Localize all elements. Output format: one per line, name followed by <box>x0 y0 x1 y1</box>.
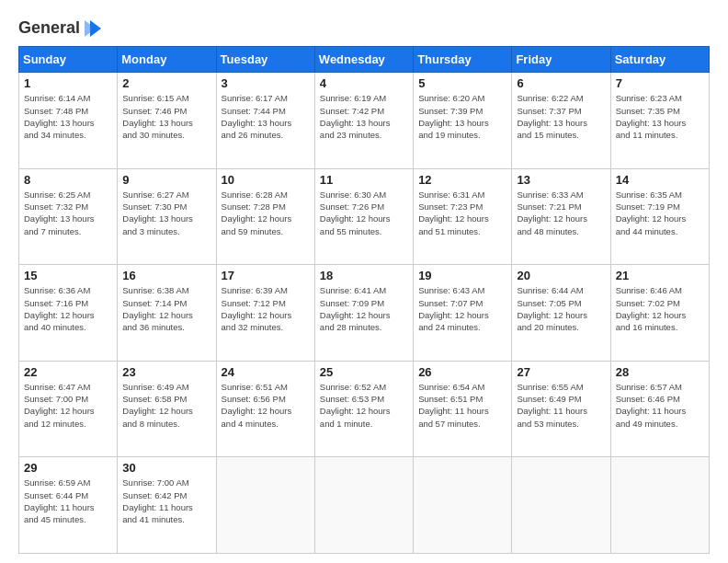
calendar-day-cell: 23 Sunrise: 6:49 AMSunset: 6:58 PMDaylig… <box>118 361 216 457</box>
day-info: Sunrise: 6:44 AMSunset: 7:05 PMDaylight:… <box>517 284 605 333</box>
day-info: Sunrise: 6:35 AMSunset: 7:19 PMDaylight:… <box>616 189 704 237</box>
page: General SundayMondayTuesdayWednesdayThur… <box>0 0 728 563</box>
day-info: Sunrise: 6:33 AMSunset: 7:21 PMDaylight:… <box>517 189 605 237</box>
day-number: 10 <box>222 173 310 187</box>
day-info: Sunrise: 6:52 AMSunset: 6:53 PMDaylight:… <box>320 381 408 430</box>
day-number: 2 <box>122 76 210 90</box>
weekday-header: Wednesday <box>314 47 413 73</box>
day-info: Sunrise: 6:15 AMSunset: 7:46 PMDaylight:… <box>122 92 210 141</box>
calendar-day-cell: 5 Sunrise: 6:20 AMSunset: 7:39 PMDayligh… <box>414 73 512 169</box>
day-number: 28 <box>616 365 704 379</box>
calendar-day-cell: 11 Sunrise: 6:30 AMSunset: 7:26 PMDaylig… <box>314 168 413 265</box>
day-number: 23 <box>122 365 210 379</box>
day-info: Sunrise: 6:39 AMSunset: 7:12 PMDaylight:… <box>222 284 310 333</box>
day-info: Sunrise: 6:19 AMSunset: 7:42 PMDaylight:… <box>320 92 408 141</box>
day-number: 20 <box>517 269 605 282</box>
calendar-day-cell: 6 Sunrise: 6:22 AMSunset: 7:37 PMDayligh… <box>512 73 610 169</box>
day-info: Sunrise: 6:51 AMSunset: 6:56 PMDaylight:… <box>222 381 310 430</box>
weekday-header: Monday <box>118 47 216 73</box>
calendar-day-cell: 21 Sunrise: 6:46 AMSunset: 7:02 PMDaylig… <box>610 265 709 362</box>
calendar-day-cell: 8 Sunrise: 6:25 AMSunset: 7:32 PMDayligh… <box>19 168 118 265</box>
calendar-day-cell <box>314 457 413 554</box>
calendar-day-cell: 17 Sunrise: 6:39 AMSunset: 7:12 PMDaylig… <box>216 265 314 362</box>
logo-icon <box>83 18 103 39</box>
day-number: 25 <box>320 365 408 379</box>
calendar-day-cell: 27 Sunrise: 6:55 AMSunset: 6:49 PMDaylig… <box>512 361 610 457</box>
logo-text: General <box>18 18 103 39</box>
calendar-day-cell: 29 Sunrise: 6:59 AMSunset: 6:44 PMDaylig… <box>19 457 118 554</box>
day-number: 14 <box>616 173 704 187</box>
calendar-week-row: 15 Sunrise: 6:36 AMSunset: 7:16 PMDaylig… <box>19 265 710 362</box>
calendar-day-cell: 12 Sunrise: 6:31 AMSunset: 7:23 PMDaylig… <box>414 168 512 265</box>
calendar-day-cell: 3 Sunrise: 6:17 AMSunset: 7:44 PMDayligh… <box>216 73 314 169</box>
day-info: Sunrise: 6:31 AMSunset: 7:23 PMDaylight:… <box>418 189 506 237</box>
calendar-day-cell <box>414 457 512 554</box>
weekday-header: Friday <box>512 47 610 73</box>
day-number: 17 <box>222 269 310 282</box>
day-number: 3 <box>222 76 310 90</box>
day-number: 6 <box>517 76 605 90</box>
day-info: Sunrise: 6:59 AMSunset: 6:44 PMDaylight:… <box>24 477 112 525</box>
day-info: Sunrise: 6:43 AMSunset: 7:07 PMDaylight:… <box>418 284 506 333</box>
day-number: 16 <box>122 269 210 282</box>
day-info: Sunrise: 6:22 AMSunset: 7:37 PMDaylight:… <box>517 92 605 141</box>
weekday-header: Saturday <box>610 47 709 73</box>
day-number: 29 <box>24 461 112 475</box>
weekday-header: Thursday <box>414 47 512 73</box>
day-info: Sunrise: 6:49 AMSunset: 6:58 PMDaylight:… <box>122 381 210 430</box>
calendar-day-cell: 20 Sunrise: 6:44 AMSunset: 7:05 PMDaylig… <box>512 265 610 362</box>
day-info: Sunrise: 6:54 AMSunset: 6:51 PMDaylight:… <box>418 381 506 430</box>
day-number: 11 <box>320 173 408 187</box>
calendar-day-cell: 25 Sunrise: 6:52 AMSunset: 6:53 PMDaylig… <box>314 361 413 457</box>
calendar-day-cell: 22 Sunrise: 6:47 AMSunset: 7:00 PMDaylig… <box>19 361 118 457</box>
calendar-day-cell: 19 Sunrise: 6:43 AMSunset: 7:07 PMDaylig… <box>414 265 512 362</box>
calendar-body: 1 Sunrise: 6:14 AMSunset: 7:48 PMDayligh… <box>19 73 710 554</box>
calendar-week-row: 1 Sunrise: 6:14 AMSunset: 7:48 PMDayligh… <box>19 73 710 169</box>
header: General <box>18 15 710 39</box>
calendar-day-cell: 24 Sunrise: 6:51 AMSunset: 6:56 PMDaylig… <box>216 361 314 457</box>
day-info: Sunrise: 6:14 AMSunset: 7:48 PMDaylight:… <box>24 92 112 141</box>
day-info: Sunrise: 6:25 AMSunset: 7:32 PMDaylight:… <box>24 189 112 237</box>
weekday-header: Sunday <box>19 47 118 73</box>
calendar-week-row: 8 Sunrise: 6:25 AMSunset: 7:32 PMDayligh… <box>19 168 710 265</box>
day-info: Sunrise: 6:57 AMSunset: 6:46 PMDaylight:… <box>616 381 704 430</box>
calendar-day-cell: 4 Sunrise: 6:19 AMSunset: 7:42 PMDayligh… <box>314 73 413 169</box>
day-info: Sunrise: 6:36 AMSunset: 7:16 PMDaylight:… <box>24 284 112 333</box>
day-number: 5 <box>418 76 506 90</box>
day-info: Sunrise: 6:38 AMSunset: 7:14 PMDaylight:… <box>122 284 210 333</box>
day-number: 26 <box>418 365 506 379</box>
calendar-day-cell: 28 Sunrise: 6:57 AMSunset: 6:46 PMDaylig… <box>610 361 709 457</box>
day-info: Sunrise: 7:00 AMSunset: 6:42 PMDaylight:… <box>122 477 210 525</box>
day-info: Sunrise: 6:30 AMSunset: 7:26 PMDaylight:… <box>320 189 408 237</box>
calendar-day-cell: 16 Sunrise: 6:38 AMSunset: 7:14 PMDaylig… <box>118 265 216 362</box>
calendar-week-row: 29 Sunrise: 6:59 AMSunset: 6:44 PMDaylig… <box>19 457 710 554</box>
calendar-day-cell: 14 Sunrise: 6:35 AMSunset: 7:19 PMDaylig… <box>610 168 709 265</box>
day-info: Sunrise: 6:55 AMSunset: 6:49 PMDaylight:… <box>517 381 605 430</box>
day-number: 30 <box>122 461 210 475</box>
day-info: Sunrise: 6:46 AMSunset: 7:02 PMDaylight:… <box>616 284 704 333</box>
calendar-week-row: 22 Sunrise: 6:47 AMSunset: 7:00 PMDaylig… <box>19 361 710 457</box>
weekday-header: Tuesday <box>216 47 314 73</box>
logo: General <box>18 18 103 39</box>
calendar-day-cell: 1 Sunrise: 6:14 AMSunset: 7:48 PMDayligh… <box>19 73 118 169</box>
day-number: 27 <box>517 365 605 379</box>
calendar-day-cell: 9 Sunrise: 6:27 AMSunset: 7:30 PMDayligh… <box>118 168 216 265</box>
day-number: 7 <box>616 76 704 90</box>
day-info: Sunrise: 6:20 AMSunset: 7:39 PMDaylight:… <box>418 92 506 141</box>
calendar-day-cell <box>512 457 610 554</box>
day-number: 15 <box>24 269 112 282</box>
day-number: 24 <box>222 365 310 379</box>
day-info: Sunrise: 6:41 AMSunset: 7:09 PMDaylight:… <box>320 284 408 333</box>
day-info: Sunrise: 6:28 AMSunset: 7:28 PMDaylight:… <box>222 189 310 237</box>
calendar-day-cell: 30 Sunrise: 7:00 AMSunset: 6:42 PMDaylig… <box>118 457 216 554</box>
day-info: Sunrise: 6:27 AMSunset: 7:30 PMDaylight:… <box>122 189 210 237</box>
calendar-day-cell: 10 Sunrise: 6:28 AMSunset: 7:28 PMDaylig… <box>216 168 314 265</box>
calendar-day-cell: 26 Sunrise: 6:54 AMSunset: 6:51 PMDaylig… <box>414 361 512 457</box>
calendar-day-cell: 15 Sunrise: 6:36 AMSunset: 7:16 PMDaylig… <box>19 265 118 362</box>
calendar-day-cell <box>216 457 314 554</box>
day-number: 21 <box>616 269 704 282</box>
day-number: 8 <box>24 173 112 187</box>
calendar-day-cell: 18 Sunrise: 6:41 AMSunset: 7:09 PMDaylig… <box>314 265 413 362</box>
calendar-day-cell <box>610 457 709 554</box>
day-info: Sunrise: 6:47 AMSunset: 7:00 PMDaylight:… <box>24 381 112 430</box>
